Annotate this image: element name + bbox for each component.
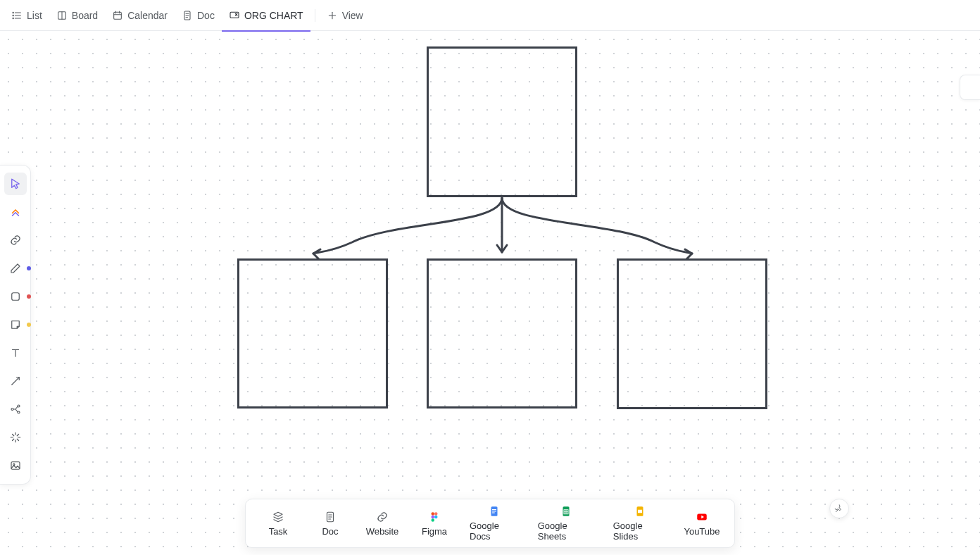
insert-label: Task	[269, 526, 288, 537]
tab-list[interactable]: List	[4, 0, 49, 31]
tab-calendar[interactable]: Calendar	[105, 0, 175, 31]
insert-google-docs[interactable]: Google Docs	[470, 505, 520, 542]
youtube-icon	[696, 511, 708, 523]
tab-label: List	[27, 10, 42, 21]
whiteboard-icon	[229, 10, 240, 21]
canvas-controls-right[interactable]	[960, 75, 980, 100]
pin-button[interactable]	[829, 499, 849, 518]
whiteboard-canvas[interactable]: Task Doc Website Figma Google Docs	[0, 31, 980, 555]
ai-tool[interactable]	[4, 426, 27, 449]
svg-point-31	[432, 512, 435, 516]
svg-rect-39	[492, 513, 495, 513]
insert-figma[interactable]: Figma	[417, 511, 451, 537]
svg-point-2	[13, 15, 13, 15]
google-docs-icon	[488, 505, 501, 518]
select-tool[interactable]	[4, 173, 27, 195]
tab-board[interactable]: Board	[49, 0, 105, 31]
svg-rect-37	[492, 509, 496, 510]
board-icon	[56, 10, 68, 21]
link-icon	[376, 511, 389, 523]
svg-point-0	[13, 12, 13, 13]
insert-label: Google Sheets	[538, 520, 595, 542]
org-chart-connectors	[0, 31, 980, 555]
color-indicator	[27, 266, 31, 270]
tab-org-chart[interactable]: ORG CHART	[222, 0, 310, 31]
tab-label: Board	[72, 10, 98, 21]
insert-label: Doc	[322, 526, 338, 537]
connector-tool[interactable]	[4, 370, 27, 392]
svg-point-26	[13, 463, 14, 465]
insert-task[interactable]: Task	[261, 511, 295, 537]
svg-point-33	[432, 515, 435, 518]
shape-tool[interactable]	[4, 285, 27, 308]
insert-google-sheets[interactable]: Google Sheets	[538, 505, 595, 542]
clickup-items-tool[interactable]	[4, 201, 27, 223]
sticky-note-tool[interactable]	[4, 313, 27, 336]
tab-separator	[315, 9, 315, 22]
insert-label: Google Docs	[470, 520, 520, 542]
color-indicator	[27, 294, 31, 299]
svg-point-4	[13, 18, 13, 18]
tab-label: Calendar	[127, 10, 168, 21]
doc-icon	[324, 511, 337, 523]
doc-icon	[182, 10, 193, 21]
insert-youtube[interactable]: YouTube	[685, 511, 719, 537]
tab-label: View	[342, 10, 363, 21]
mindmap-tool[interactable]	[4, 398, 27, 420]
color-indicator	[27, 323, 31, 327]
view-tabs: List Board Calendar Doc ORG CHART View	[0, 0, 980, 31]
svg-point-35	[432, 518, 435, 522]
insert-google-slides[interactable]: Google Slides	[613, 505, 667, 542]
svg-rect-45	[638, 510, 642, 513]
tab-label: ORG CHART	[244, 10, 303, 21]
insert-doc[interactable]: Doc	[313, 511, 347, 537]
pen-tool[interactable]	[4, 257, 27, 280]
chart-layer	[0, 31, 980, 555]
left-toolbar	[0, 165, 31, 485]
google-slides-icon	[634, 505, 646, 518]
insert-label: Google Slides	[613, 520, 667, 542]
insert-label: Figma	[422, 526, 447, 537]
svg-point-34	[434, 515, 438, 518]
image-tool[interactable]	[4, 454, 27, 477]
tab-doc[interactable]: Doc	[175, 0, 222, 31]
insert-label: YouTube	[684, 526, 720, 537]
svg-point-32	[434, 512, 438, 516]
figma-icon	[428, 511, 441, 523]
text-tool[interactable]	[4, 342, 27, 364]
svg-rect-25	[11, 462, 20, 470]
tab-add-view[interactable]: View	[320, 0, 370, 31]
list-icon	[11, 10, 23, 21]
insert-label: Website	[366, 526, 399, 537]
google-sheets-icon	[560, 505, 572, 518]
tab-label: Doc	[197, 10, 215, 21]
svg-rect-16	[230, 12, 239, 18]
svg-rect-8	[114, 12, 122, 19]
insert-website[interactable]: Website	[365, 511, 399, 537]
insert-bar: Task Doc Website Figma Google Docs	[245, 499, 735, 548]
link-tool[interactable]	[4, 229, 27, 251]
svg-rect-38	[492, 511, 496, 511]
task-icon	[272, 511, 284, 523]
svg-rect-19	[11, 293, 19, 301]
plus-icon	[327, 10, 338, 21]
calendar-icon	[112, 10, 123, 21]
